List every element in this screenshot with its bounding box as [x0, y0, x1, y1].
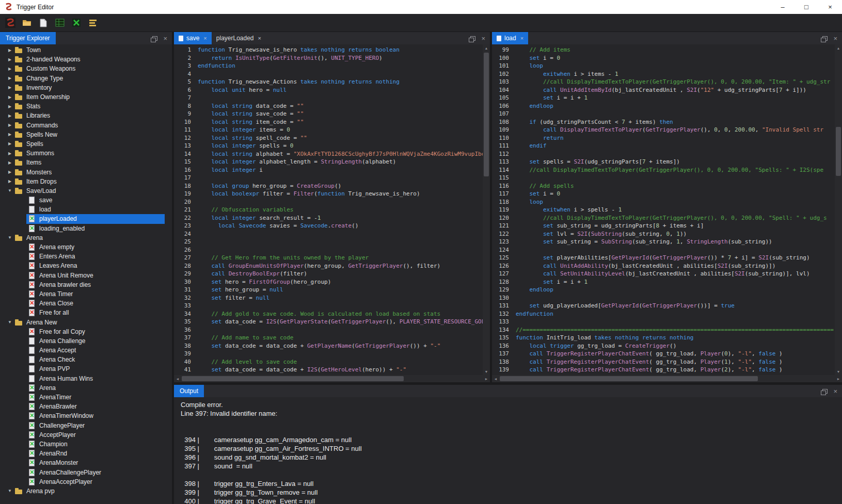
open-folder-button[interactable]: [20, 16, 34, 30]
tree-item-body[interactable]: ×Champion: [26, 440, 165, 449]
tree-item-challengeplayer[interactable]: ×ChallengePlayer: [0, 421, 165, 430]
tree-item-2-handed-weapons[interactable]: ▶2-handed Weapons: [0, 55, 165, 64]
close-panel-icon[interactable]: ×: [833, 388, 837, 395]
tree-item-arena-pvp[interactable]: Arena PVP: [0, 364, 165, 373]
float-panel-icon[interactable]: [152, 36, 157, 41]
tree-item-champion-attacks[interactable]: ×champion attacks: [0, 496, 165, 497]
tree-item-body[interactable]: Monsters: [13, 167, 165, 176]
tree-item-body[interactable]: load: [26, 205, 165, 214]
tree-item-arena-timer[interactable]: ×Arena Timer: [0, 289, 165, 299]
tree-item-body[interactable]: Arena Human Wins: [26, 374, 165, 383]
scrollbar-thumb[interactable]: [484, 53, 489, 176]
tree-item-body[interactable]: Summons: [13, 149, 165, 158]
chevron-right-icon[interactable]: ▶: [6, 132, 13, 137]
chevron-down-icon[interactable]: ▼: [6, 188, 13, 193]
tree-item-body[interactable]: ×playerLoaded: [26, 214, 165, 223]
tree-item-body[interactable]: ×Arena brawler dies: [26, 280, 165, 289]
tree-item-body[interactable]: Arena pvp: [13, 486, 165, 496]
new-file-button[interactable]: [36, 16, 50, 30]
close-panel-icon[interactable]: ×: [833, 35, 837, 42]
tree-item-body[interactable]: ×Arena Close: [26, 299, 165, 308]
tree-item-town[interactable]: ▶Town: [0, 45, 165, 55]
tree-item-body[interactable]: ×AcceptPlayer: [26, 430, 165, 440]
tree-item-body[interactable]: ×Leaves Arena: [26, 261, 165, 270]
trigger-tree[interactable]: ▶Town▶2-handed Weapons▶Custom Weapons▶Ch…: [0, 44, 165, 497]
tree-item-free-for-all-copy[interactable]: ×Free for all Copy: [0, 327, 165, 336]
tree-item-playerloaded[interactable]: ×playerLoaded: [0, 214, 165, 223]
float-panel-icon[interactable]: [822, 36, 828, 41]
tree-item-body[interactable]: ×loading_enabled: [26, 224, 165, 233]
tree-item-body[interactable]: Custom Weapons: [13, 64, 165, 73]
close-panel-icon[interactable]: ×: [163, 35, 167, 42]
tree-item-body[interactable]: Arena Accept: [26, 346, 165, 355]
tree-item-arenaacceptplayer[interactable]: ×ArenaAcceptPlayer: [0, 477, 165, 486]
convert-script-button[interactable]: [69, 16, 83, 30]
tree-item-body[interactable]: Item Ownership: [13, 92, 165, 102]
tree-item-custom-weapons[interactable]: ▶Custom Weapons: [0, 64, 165, 73]
tree-item-body[interactable]: ×ArenaAcceptPlayer: [26, 477, 165, 486]
tree-item-body[interactable]: Save/Load: [13, 186, 165, 196]
tree-item-champion[interactable]: ×Champion: [0, 440, 165, 449]
tree-item-arena-empty[interactable]: ×Arena empty: [0, 242, 165, 252]
tree-item-loading-enabled[interactable]: ×loading_enabled: [0, 224, 165, 233]
trigger-explorer-tab[interactable]: Trigger Explorer: [0, 32, 56, 44]
chevron-right-icon[interactable]: ▶: [6, 141, 13, 146]
tree-item-arena-human-wins[interactable]: Arena Human Wins: [0, 374, 165, 383]
tab-close-icon[interactable]: ×: [203, 35, 206, 41]
chevron-right-icon[interactable]: ▶: [6, 113, 13, 118]
output-tab[interactable]: Output: [174, 385, 204, 397]
tree-item-arena[interactable]: ×Arena: [0, 383, 165, 393]
tree-item-enters-arena[interactable]: ×Enters Arena: [0, 252, 165, 261]
tree-item-arena-challenge[interactable]: Arena Challenge: [0, 336, 165, 346]
chevron-right-icon[interactable]: ▶: [6, 57, 13, 62]
tree-item-change-type[interactable]: ▶Change Type: [0, 74, 165, 83]
chevron-right-icon[interactable]: ▶: [6, 67, 13, 71]
chevron-down-icon[interactable]: ▼: [6, 320, 13, 324]
chevron-right-icon[interactable]: ▶: [6, 104, 13, 109]
maximize-button[interactable]: □: [795, 0, 818, 14]
chevron-right-icon[interactable]: ▶: [6, 123, 13, 127]
tree-item-spells-new[interactable]: ▶Spells New: [0, 130, 165, 139]
scroll-right-icon[interactable]: ►: [483, 375, 490, 382]
scroll-down-icon[interactable]: ▼: [483, 368, 490, 375]
close-button[interactable]: ×: [818, 0, 842, 14]
tree-item-acceptplayer[interactable]: ×AcceptPlayer: [0, 430, 165, 440]
log-list-button[interactable]: [86, 16, 100, 30]
tree-item-arenabrawler[interactable]: ×ArenaBrawler: [0, 402, 165, 411]
tree-item-body[interactable]: Stats: [13, 102, 165, 111]
scroll-left-icon[interactable]: ◄: [174, 375, 181, 382]
tab-close-icon[interactable]: ×: [520, 35, 523, 41]
chevron-right-icon[interactable]: ▶: [6, 48, 13, 53]
tree-item-arena-pvp[interactable]: ▼Arena pvp: [0, 486, 165, 496]
close-panel-icon[interactable]: ×: [481, 35, 485, 42]
chevron-right-icon[interactable]: ▶: [6, 160, 13, 165]
tree-item-arenamonster[interactable]: ×ArenaMonster: [0, 458, 165, 467]
chevron-right-icon[interactable]: ▶: [6, 95, 13, 100]
scroll-up-icon[interactable]: ▲: [835, 44, 842, 52]
editor-tab-save[interactable]: save×: [174, 32, 212, 44]
tree-item-body[interactable]: ×Arena Timer: [26, 289, 165, 299]
tree-item-arena-unit-remove[interactable]: ×Arena Unit Remove: [0, 271, 165, 280]
chevron-right-icon[interactable]: ▶: [6, 76, 13, 80]
tree-item-body[interactable]: 2-handed Weapons: [13, 55, 165, 64]
tree-item-commands[interactable]: ▶Commands: [0, 121, 165, 130]
tree-item-body[interactable]: Spells: [13, 139, 165, 149]
tree-item-arena-new[interactable]: ▼Arena New: [0, 317, 165, 327]
minimize-button[interactable]: –: [771, 0, 795, 14]
editor-vertical-scrollbar[interactable]: ▲ ▼: [483, 44, 490, 375]
tree-item-arenachallengeplayer[interactable]: ×ArenaChallengePlayer: [0, 467, 165, 477]
chevron-right-icon[interactable]: ▶: [6, 85, 13, 90]
editor-horizontal-scrollbar[interactable]: ◄ ►: [492, 375, 842, 382]
tree-item-body[interactable]: ×ArenaTimer: [26, 393, 165, 402]
tree-item-item-drops[interactable]: ▶Item Drops: [0, 177, 165, 186]
tesh-logo-button[interactable]: [3, 16, 17, 30]
editor-tab-load[interactable]: load×: [492, 32, 528, 44]
tree-item-free-for-all[interactable]: ×Free for all: [0, 308, 165, 317]
tree-item-summons[interactable]: ▶Summons: [0, 149, 165, 158]
tree-item-body[interactable]: ×Free for all Copy: [26, 327, 165, 336]
tree-item-body[interactable]: ×Arena empty: [26, 242, 165, 252]
tree-item-body[interactable]: ×ArenaRnd: [26, 449, 165, 458]
tree-item-load[interactable]: load: [0, 205, 165, 214]
scroll-down-icon[interactable]: ▼: [835, 368, 842, 375]
tree-item-body[interactable]: ×Arena Unit Remove: [26, 271, 165, 280]
